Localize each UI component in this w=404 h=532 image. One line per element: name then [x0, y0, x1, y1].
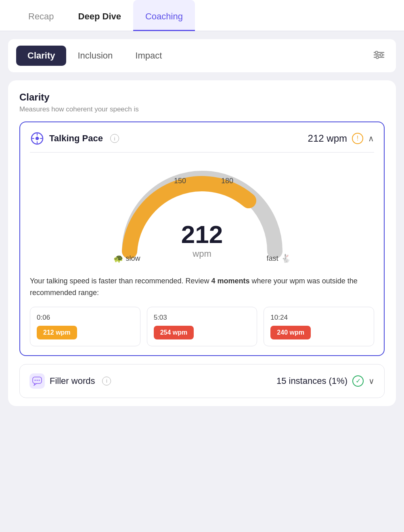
- filler-card-header: Filler words i 15 instances (1%) ✓ ∨: [29, 373, 375, 389]
- sub-tab-inclusion[interactable]: Inclusion: [66, 46, 124, 66]
- gauge-number: 212: [181, 222, 223, 247]
- tab-bar: Recap Deep Dive Coaching: [0, 0, 404, 31]
- gauge-center-text: 212 wpm: [181, 222, 223, 259]
- talking-pace-left: Talking Pace i: [30, 131, 119, 146]
- moment-time-1: 0:06: [37, 314, 134, 322]
- moment-badge-2: 254 wpm: [154, 326, 194, 339]
- filler-left: Filler words i: [29, 373, 111, 389]
- moment-card-2[interactable]: 5:03 254 wpm: [147, 307, 257, 346]
- moments-row: 0:06 212 wpm 5:03 254 wpm 10:24 240 wpm: [30, 307, 374, 346]
- fast-text: fast: [266, 254, 278, 263]
- moment-time-2: 5:03: [154, 314, 251, 322]
- moment-badge-1: 212 wpm: [37, 326, 77, 339]
- chevron-up-icon[interactable]: ∧: [368, 134, 374, 143]
- gauge-slow-label: 🐢 slow: [113, 253, 140, 263]
- gauge-fast-label: fast 🐇: [266, 253, 291, 263]
- svg-point-17: [37, 379, 38, 381]
- svg-point-4: [380, 54, 383, 56]
- gauge-container: 150 180 212 wpm 🐢 slow fast 🐇: [30, 162, 374, 267]
- main-content: Clarity Measures how coherent your speec…: [8, 80, 396, 406]
- moment-time-3: 10:24: [270, 314, 367, 322]
- divider: [30, 152, 374, 153]
- talking-pace-header: Talking Pace i 212 wpm ! ∧: [30, 131, 374, 146]
- wpm-value: 212 wpm: [308, 133, 347, 144]
- pace-description: Your talking speed is faster than recomm…: [30, 275, 374, 299]
- tab-coaching[interactable]: Coaching: [133, 0, 195, 31]
- fast-emoji: 🐇: [281, 253, 291, 263]
- moment-card-3[interactable]: 10:24 240 wpm: [264, 307, 374, 346]
- check-icon: ✓: [352, 375, 364, 387]
- chevron-down-icon[interactable]: ∨: [368, 376, 375, 386]
- svg-text:180: 180: [221, 177, 233, 185]
- talking-pace-name: Talking Pace: [49, 133, 103, 144]
- tab-deep-dive[interactable]: Deep Dive: [66, 0, 133, 31]
- talking-pace-icon: [30, 131, 44, 146]
- talking-pace-info[interactable]: i: [110, 134, 119, 143]
- moment-badge-3: 240 wpm: [270, 326, 311, 339]
- sub-tab-impact[interactable]: Impact: [124, 46, 173, 66]
- svg-point-18: [39, 379, 40, 381]
- svg-text:150: 150: [174, 177, 186, 185]
- sub-tab-bar: Clarity Inclusion Impact: [8, 39, 396, 72]
- svg-point-5: [376, 56, 379, 59]
- slow-emoji: 🐢: [113, 253, 124, 263]
- filler-right: 15 instances (1%) ✓ ∨: [276, 375, 375, 387]
- section-subtitle: Measures how coherent your speech is: [19, 105, 385, 113]
- sub-tab-clarity[interactable]: Clarity: [16, 46, 66, 66]
- tab-recap[interactable]: Recap: [16, 0, 66, 31]
- gauge-unit: wpm: [181, 249, 223, 259]
- filler-count: 15 instances (1%): [276, 376, 347, 386]
- slow-text: slow: [126, 254, 140, 263]
- filter-icon[interactable]: [370, 47, 388, 65]
- talking-pace-right: 212 wpm ! ∧: [308, 133, 374, 144]
- filler-info[interactable]: i: [102, 377, 111, 385]
- filler-icon: [29, 373, 45, 389]
- warning-icon: !: [352, 133, 363, 144]
- svg-point-3: [375, 51, 378, 54]
- moment-card-1[interactable]: 0:06 212 wpm: [30, 307, 140, 346]
- gauge-wrapper: 150 180 212 wpm 🐢 slow fast 🐇: [105, 162, 299, 267]
- filler-name: Filler words: [50, 376, 95, 386]
- svg-point-16: [35, 379, 36, 381]
- filler-words-card: Filler words i 15 instances (1%) ✓ ∨: [19, 364, 385, 398]
- talking-pace-card: Talking Pace i 212 wpm ! ∧ 150: [19, 121, 385, 356]
- section-title: Clarity: [19, 92, 385, 103]
